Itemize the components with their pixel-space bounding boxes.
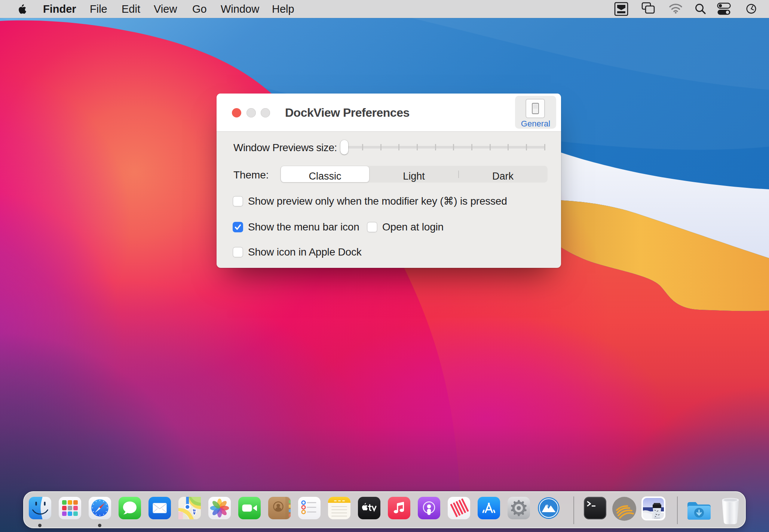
svg-text:280: 280 xyxy=(192,510,197,513)
